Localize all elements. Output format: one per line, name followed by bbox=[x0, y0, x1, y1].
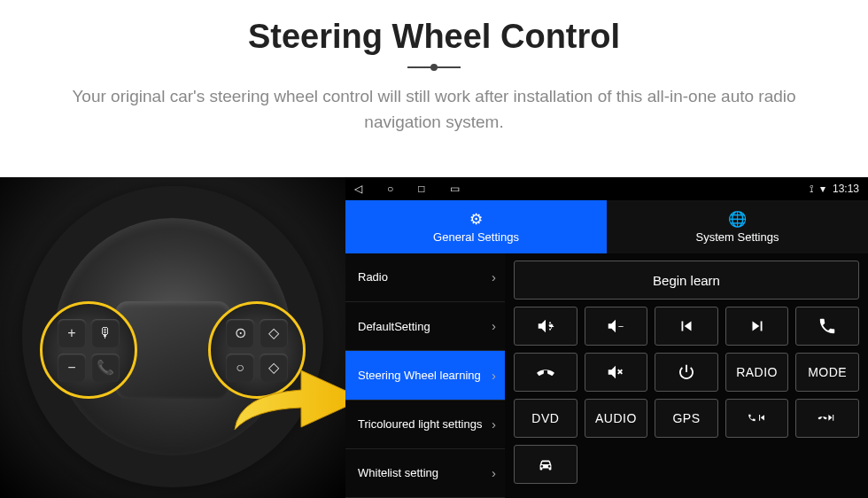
back-icon[interactable]: ◁ bbox=[354, 183, 362, 195]
svg-text:+: + bbox=[548, 322, 554, 331]
vol-up-button[interactable]: + bbox=[514, 307, 577, 346]
power-button[interactable] bbox=[655, 353, 718, 392]
tab-system-settings[interactable]: 🌐 System Settings bbox=[607, 200, 868, 253]
diamond-down-icon: ◇ bbox=[260, 354, 288, 382]
power-icon bbox=[677, 362, 696, 382]
wheel-left-pod: + 🎙 − 📞 bbox=[40, 301, 137, 399]
page-title: Steering Wheel Control bbox=[0, 18, 868, 56]
settings-menu: Radio › DefaultSetting › Steering Wheel … bbox=[345, 253, 505, 498]
gps-button[interactable]: GPS bbox=[655, 399, 718, 438]
menu-item-default-setting[interactable]: DefaultSetting › bbox=[345, 302, 505, 351]
globe-icon: 🌐 bbox=[728, 210, 747, 229]
location-icon: ⟟ bbox=[810, 183, 813, 195]
plus-icon: + bbox=[58, 319, 86, 347]
dvd-button[interactable]: DVD bbox=[514, 399, 577, 438]
car-button[interactable] bbox=[514, 445, 577, 484]
next-track-button[interactable] bbox=[725, 307, 789, 346]
recents-icon[interactable]: □ bbox=[418, 183, 424, 195]
diamond-up-icon: ◇ bbox=[260, 319, 288, 347]
wheel-right-pod: ⊙ ◇ ○ ◇ bbox=[208, 301, 306, 399]
page-subtitle: Your original car's steering wheel contr… bbox=[35, 84, 833, 135]
mute-icon bbox=[606, 362, 625, 382]
menu-item-whitelist[interactable]: Whitelist setting › bbox=[345, 449, 505, 498]
hangup-icon bbox=[536, 362, 555, 382]
tab-general-settings[interactable]: ⚙ General Settings bbox=[345, 200, 607, 253]
vol-down-button[interactable]: − bbox=[585, 307, 648, 346]
call-prev-icon bbox=[748, 409, 767, 428]
menu-item-steering-wheel-learning[interactable]: Steering Wheel learning › bbox=[345, 351, 505, 400]
call-next-button[interactable] bbox=[795, 399, 859, 438]
clock-text: 13:13 bbox=[833, 183, 859, 195]
prev-track-icon bbox=[677, 316, 696, 336]
screenshot-icon[interactable]: ▭ bbox=[450, 183, 460, 195]
hangup-button[interactable] bbox=[514, 353, 577, 392]
svg-text:−: − bbox=[618, 321, 624, 331]
chevron-right-icon: › bbox=[492, 269, 496, 285]
minus-icon: − bbox=[58, 354, 86, 382]
head-unit-screen: ◁ ○ □ ▭ ⟟ ▾ 13:13 ⚙ General Settings 🌐 S… bbox=[345, 177, 868, 498]
chevron-right-icon: › bbox=[492, 416, 496, 432]
steering-wheel-photo: + 🎙 − 📞 ⊙ ◇ ○ ◇ bbox=[0, 177, 345, 498]
chevron-right-icon: › bbox=[492, 368, 496, 384]
audio-button[interactable]: AUDIO bbox=[585, 399, 648, 438]
mute-button[interactable] bbox=[585, 353, 648, 392]
phone-icon: 📞 bbox=[91, 354, 120, 382]
menu-item-tricoloured-light[interactable]: Tricoloured light settings › bbox=[345, 401, 505, 449]
next-track-icon bbox=[748, 316, 767, 336]
menu-label: Steering Wheel learning bbox=[358, 369, 481, 383]
gear-icon: ⚙ bbox=[469, 210, 483, 229]
vol-down-icon: − bbox=[606, 316, 625, 336]
android-statusbar: ◁ ○ □ ▭ ⟟ ▾ 13:13 bbox=[345, 177, 868, 200]
menu-label: Radio bbox=[358, 270, 388, 284]
phone-icon bbox=[818, 316, 837, 336]
prev-track-button[interactable] bbox=[655, 307, 718, 346]
cruise-icon: ⊙ bbox=[226, 319, 254, 347]
tab-label: General Settings bbox=[433, 230, 519, 244]
radio-button[interactable]: RADIO bbox=[725, 353, 789, 392]
voice-icon: 🎙 bbox=[91, 319, 120, 347]
chevron-right-icon: › bbox=[492, 318, 496, 334]
learning-panel: Begin learn + − bbox=[505, 253, 868, 498]
call-button[interactable] bbox=[795, 307, 859, 346]
menu-label: Tricoloured light settings bbox=[358, 417, 482, 432]
menu-item-radio[interactable]: Radio › bbox=[345, 253, 505, 302]
menu-label: Whitelist setting bbox=[358, 466, 438, 480]
wifi-icon: ▾ bbox=[820, 183, 825, 195]
car-icon bbox=[536, 455, 555, 474]
menu-label: DefaultSetting bbox=[358, 320, 430, 334]
home-icon[interactable]: ○ bbox=[387, 183, 393, 195]
begin-learn-button[interactable]: Begin learn bbox=[514, 261, 859, 300]
tab-label: System Settings bbox=[696, 230, 779, 244]
circle-icon: ○ bbox=[226, 354, 254, 382]
call-prev-button[interactable] bbox=[725, 399, 789, 438]
call-next-icon bbox=[818, 409, 837, 428]
vol-up-icon: + bbox=[536, 316, 555, 336]
title-divider bbox=[407, 66, 461, 68]
chevron-right-icon: › bbox=[492, 465, 496, 481]
mode-button[interactable]: MODE bbox=[795, 353, 859, 392]
